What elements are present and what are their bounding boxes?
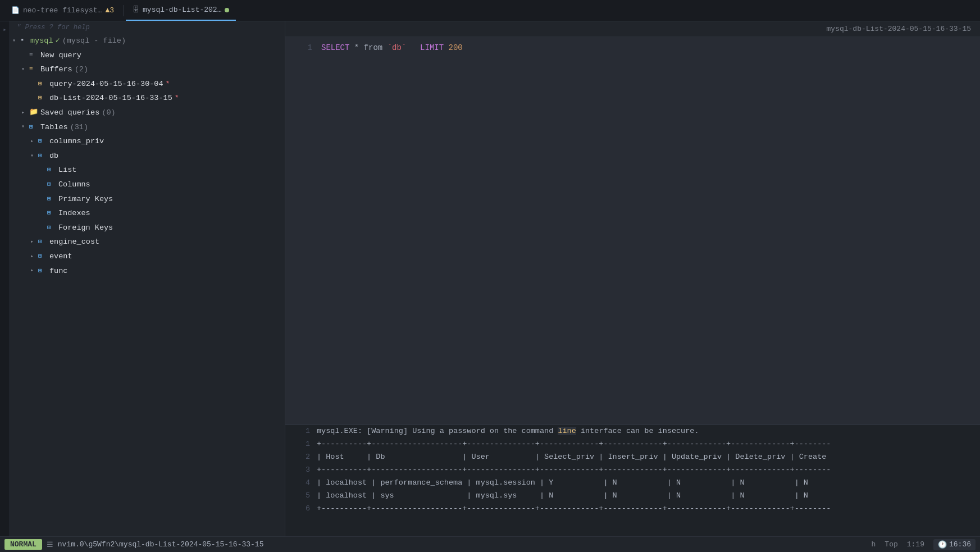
table-icon-db: ⊞ — [38, 151, 48, 161]
main-content: ▸ " Press ? for help ▪ mysql ✓ (mysql - … — [0, 21, 980, 536]
status-mode: NORMAL — [4, 539, 42, 550]
tree-tables-group[interactable]: ⊞ Tables (31) — [10, 120, 285, 135]
help-text: " Press ? for help — [10, 21, 285, 34]
tab-filetree-label: neo-tree filesyst… — [23, 6, 102, 15]
tree-db-list[interactable]: ⊞ List — [10, 163, 285, 177]
sql-star: * — [354, 43, 359, 52]
editor-title: mysql-db-List-2024-05-15-16-33-15 — [827, 25, 971, 33]
buffer1-label: query-2024-05-15-16-30-04 — [49, 78, 163, 90]
saved-queries-count: (0) — [102, 107, 115, 119]
chevron-engine-cost — [30, 238, 38, 247]
status-position: Top — [885, 540, 897, 549]
buffer1-modified: * — [166, 78, 170, 90]
output-line-sep1: 1 +----------+--------------------+-----… — [285, 438, 980, 451]
status-file-path: nvim.0\g5Wfn2\mysql-db-List-2024-05-15-1… — [58, 540, 867, 549]
buffers-label: Buffers — [40, 63, 72, 76]
db-list-label: List — [58, 164, 76, 176]
engine-cost-label: engine_cost — [49, 236, 99, 248]
sql-content: SELECT * from `db` LIMIT 200 — [321, 42, 463, 54]
tree-table-engine-cost[interactable]: ⊞ engine_cost — [10, 235, 285, 249]
status-bar: NORMAL ☰ nvim.0\g5Wfn2\mysql-db-List-202… — [0, 536, 980, 552]
tree-db-foreign-keys[interactable]: ⊞ Foreign Keys — [10, 221, 285, 235]
editor-panel: mysql-db-List-2024-05-15-16-33-15 1 SELE… — [285, 21, 980, 536]
columns-icon: ⊞ — [47, 180, 57, 190]
file-tree-panel: " Press ? for help ▪ mysql ✓ (mysql - fi… — [10, 21, 285, 536]
output-row2: | localhost | sys | mysql.sys | N | N | … — [317, 490, 808, 503]
folder-icon-saved: 📁 — [29, 107, 39, 118]
chevron-buffers — [21, 65, 29, 74]
left-strip-item: ▸ — [0, 24, 10, 36]
tab-editor[interactable]: 🗄 mysql-db-List-202… — [126, 0, 236, 21]
tree-buffers-group[interactable]: ≡ Buffers (2) — [10, 62, 285, 77]
tree-db-columns[interactable]: ⊞ Columns — [10, 177, 285, 192]
output-line-num-sep1: 1 — [290, 438, 310, 451]
db-foreign-keys-label: Foreign Keys — [58, 222, 113, 234]
func-label: func — [49, 265, 67, 277]
buffer2-icon: ⊞ — [38, 93, 48, 103]
foreign-keys-icon: ⊞ — [47, 223, 57, 233]
editor-content[interactable]: 1 SELECT * from `db` LIMIT 200 — [285, 37, 980, 424]
output-line-num-header: 2 — [290, 451, 310, 464]
buffers-icon: ≡ — [29, 65, 39, 75]
tree-buffer-2[interactable]: ⊞ db-List-2024-05-15-16-33-15 * — [10, 91, 285, 106]
db-icon: 🗄 — [133, 6, 139, 14]
tree-root-mysql[interactable]: ▪ mysql ✓ (mysql - file) — [10, 34, 285, 48]
tables-label: Tables — [40, 121, 68, 134]
sql-table-name: `db` — [388, 43, 407, 52]
table-icon-engine-cost: ⊞ — [38, 237, 48, 247]
mysql-status: ✓ — [56, 35, 60, 47]
status-help-key: h — [872, 540, 876, 549]
tab-filetree[interactable]: 📄 neo-tree filesyst… ▲3 — [4, 0, 121, 21]
output-line-num-row2: 5 — [290, 490, 310, 503]
saved-queries-label: Saved queries — [40, 107, 99, 119]
chevron-func — [30, 266, 38, 275]
table-icon-columns-priv: ⊞ — [38, 136, 48, 147]
mysql-info: (mysql - file) — [62, 35, 126, 47]
indexes-icon: ⊞ — [47, 208, 57, 218]
output-panel: 1 mysql.EXE: [Warning] Using a password … — [285, 424, 980, 536]
tree-new-query[interactable]: ≡ New query — [10, 48, 285, 63]
tree-table-func[interactable]: ⊞ func — [10, 264, 285, 279]
list-icon: ⊞ — [47, 165, 57, 175]
status-time-value: 16:36 — [949, 540, 971, 549]
buffer2-label: db-List-2024-05-15-16-33-15 — [49, 92, 172, 104]
tree-table-columns-priv[interactable]: ⊞ columns_priv — [10, 134, 285, 149]
buffer1-icon: ⊞ — [38, 79, 48, 89]
tree-saved-queries[interactable]: 📁 Saved queries (0) — [10, 106, 285, 120]
event-label: event — [49, 250, 72, 263]
chevron-db — [30, 152, 38, 161]
tree-buffer-1[interactable]: ⊞ query-2024-05-15-16-30-04 * — [10, 77, 285, 92]
output-header: | Host | Db | User | Select_priv | Inser… — [317, 451, 826, 464]
buffer2-modified: * — [175, 92, 179, 104]
table-icon-event: ⊞ — [38, 252, 48, 262]
output-row1: | localhost | performance_schema | mysql… — [317, 477, 808, 490]
output-line-sep2: 3 +----------+--------------------+-----… — [285, 464, 980, 477]
output-text-1: mysql.EXE: [Warning] Using a password on… — [317, 425, 699, 438]
status-cursor: 1:19 — [907, 540, 924, 549]
left-strip: ▸ — [0, 21, 10, 536]
status-time: 🕐 16:36 — [933, 539, 976, 550]
output-line-row2: 5 | localhost | sys | mysql.sys | N | N … — [285, 490, 980, 503]
file-tree-icon: 📄 — [11, 6, 20, 15]
tree-db-primary-keys[interactable]: ⊞ Primary Keys — [10, 192, 285, 207]
output-line-num-1: 1 — [290, 425, 310, 438]
output-line-header: 2 | Host | Db | User | Select_priv | Ins… — [285, 451, 980, 464]
db-label: db — [49, 150, 58, 162]
new-query-icon: ≡ — [29, 51, 39, 61]
chevron-columns-priv — [30, 137, 38, 146]
output-line-1: 1 mysql.EXE: [Warning] Using a password … — [285, 425, 980, 438]
sql-limit: LIMIT — [420, 43, 444, 52]
tree-table-event[interactable]: ⊞ event — [10, 249, 285, 264]
tab-active-dot — [225, 8, 229, 12]
tree-db-indexes[interactable]: ⊞ Indexes — [10, 206, 285, 221]
sql-from: from — [364, 43, 383, 52]
tree-table-db[interactable]: ⊞ db — [10, 149, 285, 163]
output-line-row1: 4 | localhost | performance_schema | mys… — [285, 477, 980, 490]
tab-bar: 📄 neo-tree filesyst… ▲3 🗄 mysql-db-List-… — [0, 0, 980, 21]
output-line-num-row1: 4 — [290, 477, 310, 490]
output-sep3: +----------+--------------------+-------… — [317, 503, 831, 515]
db-indexes-label: Indexes — [58, 207, 90, 220]
sql-select: SELECT — [321, 43, 349, 52]
tab-filetree-badge: ▲3 — [105, 6, 114, 15]
primary-keys-icon: ⊞ — [47, 194, 57, 204]
